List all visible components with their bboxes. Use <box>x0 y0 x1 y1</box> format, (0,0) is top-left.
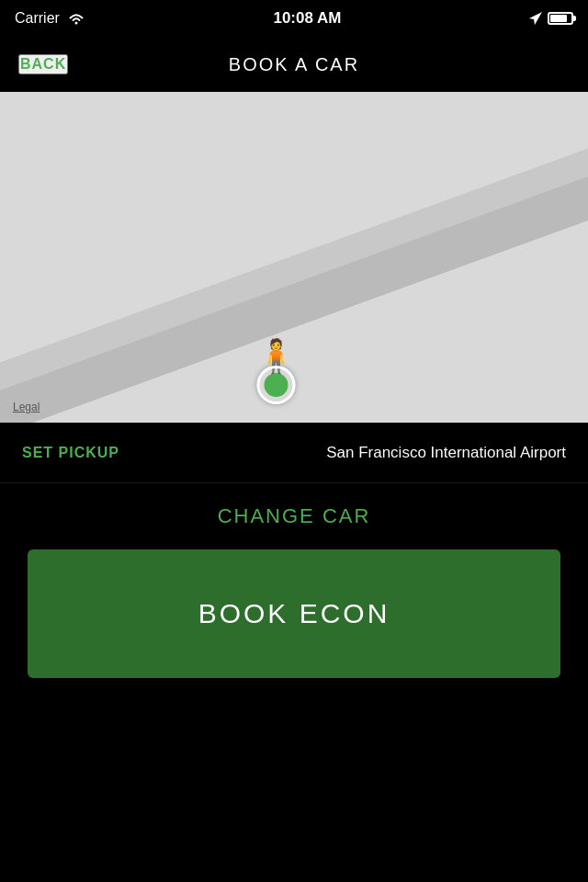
carrier-label: Carrier <box>15 10 60 27</box>
change-car-row: CHANGE CAR <box>0 483 588 549</box>
user-location-marker: 🧍 <box>255 340 297 404</box>
header: BACK BOOK A CAR <box>0 37 588 92</box>
pickup-row[interactable]: SET PICKUP San Francisco International A… <box>0 423 588 483</box>
page-title: BOOK A CAR <box>229 54 359 75</box>
status-left: Carrier <box>15 10 85 27</box>
battery-icon <box>548 12 573 25</box>
legal-link[interactable]: Legal <box>13 401 40 413</box>
status-right <box>529 12 573 25</box>
back-button[interactable]: BACK <box>18 54 68 74</box>
book-econ-button[interactable]: BOOK ECON <box>28 549 560 678</box>
bottom-panel: SET PICKUP San Francisco International A… <box>0 423 588 706</box>
book-button-container: BOOK ECON <box>0 549 588 706</box>
set-pickup-label[interactable]: SET PICKUP <box>22 445 119 461</box>
wifi-icon <box>67 12 85 25</box>
marker-circle-inner <box>264 373 288 397</box>
svg-point-0 <box>74 22 77 25</box>
location-arrow-icon <box>529 12 542 25</box>
marker-circle <box>256 366 295 404</box>
status-bar: Carrier 10:08 AM <box>0 0 588 37</box>
pickup-location-text: San Francisco International Airport <box>326 444 566 462</box>
svg-marker-1 <box>529 12 542 25</box>
status-time: 10:08 AM <box>273 9 341 28</box>
map-view[interactable]: 🧍 Legal <box>0 92 588 423</box>
change-car-button[interactable]: CHANGE CAR <box>218 504 371 528</box>
